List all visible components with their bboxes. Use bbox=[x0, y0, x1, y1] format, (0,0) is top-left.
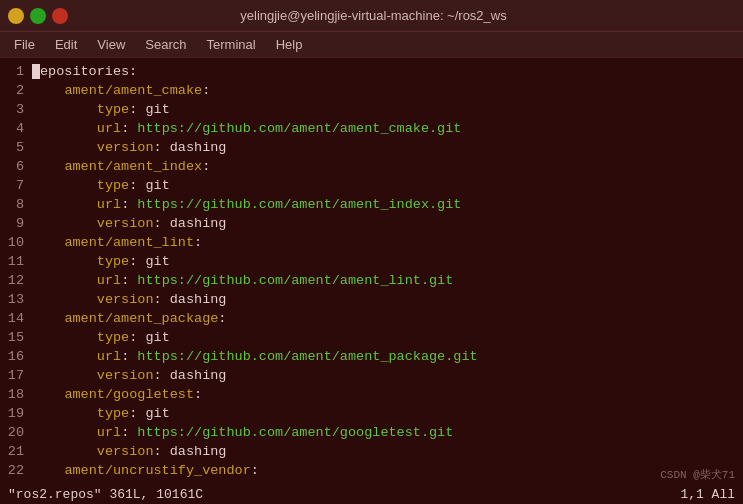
code-line: 6 ament/ament_index: bbox=[0, 157, 743, 176]
line-number: 20 bbox=[0, 423, 32, 442]
code-line: 2 ament/ament_cmake: bbox=[0, 81, 743, 100]
line-number: 3 bbox=[0, 100, 32, 119]
line-number: 2 bbox=[0, 81, 32, 100]
line-content: version: dashing bbox=[32, 290, 226, 309]
code-line: 16 url: https://github.com/ament/ament_p… bbox=[0, 347, 743, 366]
code-line: 22 ament/uncrustify_vendor: bbox=[0, 461, 743, 480]
line-content: version: dashing bbox=[32, 214, 226, 233]
line-content: type: git bbox=[32, 252, 170, 271]
line-number: 17 bbox=[0, 366, 32, 385]
line-content: ament/ament_package: bbox=[32, 309, 226, 328]
line-number: 18 bbox=[0, 385, 32, 404]
line-number: 8 bbox=[0, 195, 32, 214]
menu-item-terminal[interactable]: Terminal bbox=[197, 35, 266, 54]
line-content: url: https://github.com/ament/ament_pack… bbox=[32, 347, 478, 366]
line-content: type: git bbox=[32, 328, 170, 347]
line-content: type: git bbox=[32, 404, 170, 423]
status-bar: "ros2.repos" 361L, 10161C 1,1 All bbox=[0, 484, 743, 504]
code-line: 5 version: dashing bbox=[0, 138, 743, 157]
line-content: version: dashing bbox=[32, 442, 226, 461]
code-line: 19 type: git bbox=[0, 404, 743, 423]
line-content: ament/ament_lint: bbox=[32, 233, 202, 252]
title-text: yelingjie@yelingjie-virtual-machine: ~/r… bbox=[68, 8, 679, 23]
line-number: 9 bbox=[0, 214, 32, 233]
status-left: "ros2.repos" 361L, 10161C bbox=[8, 487, 203, 502]
code-line: 8 url: https://github.com/ament/ament_in… bbox=[0, 195, 743, 214]
line-number: 22 bbox=[0, 461, 32, 480]
line-content: version: dashing bbox=[32, 366, 226, 385]
line-content: url: https://github.com/ament/ament_lint… bbox=[32, 271, 453, 290]
watermark: CSDN @柴犬71 bbox=[660, 467, 735, 482]
code-line: 15 type: git bbox=[0, 328, 743, 347]
line-content: url: https://github.com/ament/ament_cmak… bbox=[32, 119, 461, 138]
window-controls bbox=[8, 8, 68, 24]
code-area: 1epositories:2 ament/ament_cmake:3 type:… bbox=[0, 62, 743, 499]
line-number: 16 bbox=[0, 347, 32, 366]
line-number: 15 bbox=[0, 328, 32, 347]
code-line: 7 type: git bbox=[0, 176, 743, 195]
line-number: 14 bbox=[0, 309, 32, 328]
menu-item-search[interactable]: Search bbox=[135, 35, 196, 54]
menu-bar: FileEditViewSearchTerminalHelp bbox=[0, 32, 743, 58]
code-line: 11 type: git bbox=[0, 252, 743, 271]
line-number: 4 bbox=[0, 119, 32, 138]
line-content: ament/uncrustify_vendor: bbox=[32, 461, 259, 480]
menu-item-view[interactable]: View bbox=[87, 35, 135, 54]
menu-item-help[interactable]: Help bbox=[266, 35, 313, 54]
line-number: 11 bbox=[0, 252, 32, 271]
terminal-body: 1epositories:2 ament/ament_cmake:3 type:… bbox=[0, 58, 743, 504]
code-line: 3 type: git bbox=[0, 100, 743, 119]
line-content: url: https://github.com/ament/googletest… bbox=[32, 423, 453, 442]
line-content: ament/ament_index: bbox=[32, 157, 210, 176]
menu-item-edit[interactable]: Edit bbox=[45, 35, 87, 54]
line-content: version: dashing bbox=[32, 138, 226, 157]
status-right: 1,1 All bbox=[680, 487, 735, 502]
code-line: 4 url: https://github.com/ament/ament_cm… bbox=[0, 119, 743, 138]
line-number: 19 bbox=[0, 404, 32, 423]
code-line: 18 ament/googletest: bbox=[0, 385, 743, 404]
line-content: ament/ament_cmake: bbox=[32, 81, 210, 100]
line-number: 13 bbox=[0, 290, 32, 309]
line-number: 5 bbox=[0, 138, 32, 157]
line-number: 1 bbox=[0, 62, 32, 81]
maximize-button[interactable] bbox=[30, 8, 46, 24]
line-content: type: git bbox=[32, 176, 170, 195]
line-number: 21 bbox=[0, 442, 32, 461]
code-line: 12 url: https://github.com/ament/ament_l… bbox=[0, 271, 743, 290]
close-button[interactable] bbox=[52, 8, 68, 24]
code-line: 10 ament/ament_lint: bbox=[0, 233, 743, 252]
code-line: 20 url: https://github.com/ament/googlet… bbox=[0, 423, 743, 442]
code-line: 1epositories: bbox=[0, 62, 743, 81]
code-line: 21 version: dashing bbox=[0, 442, 743, 461]
line-content: url: https://github.com/ament/ament_inde… bbox=[32, 195, 461, 214]
line-content: type: git bbox=[32, 100, 170, 119]
line-number: 12 bbox=[0, 271, 32, 290]
code-line: 9 version: dashing bbox=[0, 214, 743, 233]
line-number: 6 bbox=[0, 157, 32, 176]
title-bar: yelingjie@yelingjie-virtual-machine: ~/r… bbox=[0, 0, 743, 32]
cursor bbox=[32, 64, 40, 79]
line-number: 7 bbox=[0, 176, 32, 195]
line-content: ament/googletest: bbox=[32, 385, 202, 404]
code-line: 14 ament/ament_package: bbox=[0, 309, 743, 328]
minimize-button[interactable] bbox=[8, 8, 24, 24]
line-number: 10 bbox=[0, 233, 32, 252]
line-content: epositories: bbox=[32, 62, 137, 81]
code-line: 17 version: dashing bbox=[0, 366, 743, 385]
code-line: 13 version: dashing bbox=[0, 290, 743, 309]
menu-item-file[interactable]: File bbox=[4, 35, 45, 54]
